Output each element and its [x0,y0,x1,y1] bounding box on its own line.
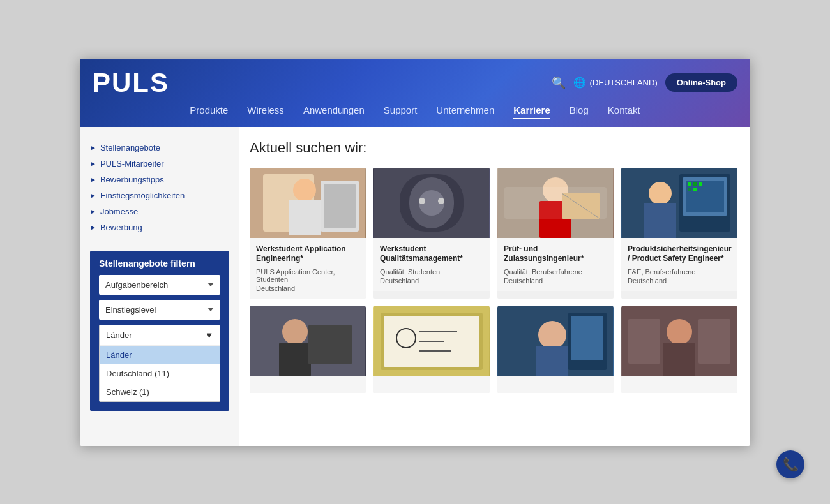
einstiegslevel-select[interactable]: Einstiegslevel [99,300,220,320]
laender-options: Länder Deutschland (11) Schweiz (1) [100,345,220,401]
nav-item-produkte[interactable]: Produkte [190,105,228,119]
svg-rect-25 [693,182,697,186]
svg-point-46 [667,319,692,345]
job-card[interactable]: Werkstudent Application Engineering* PUL… [250,168,366,299]
job-dept: Qualität, Studenten [380,268,483,276]
job-card-info: Werkstudent Qualitätsmanagement* Qualitä… [374,238,490,291]
svg-point-30 [282,319,308,345]
aufgabenbereich-select[interactable]: Aufgabenbereich [99,275,220,295]
online-shop-button[interactable]: Online-Shop [665,73,737,92]
sidebar-item-label: Stellenangebote [100,143,160,152]
svg-rect-49 [698,319,730,364]
laender-option-schweiz[interactable]: Schweiz (1) [100,383,220,401]
svg-rect-42 [536,346,568,376]
svg-point-11 [438,198,444,204]
nav-item-anwendungen[interactable]: Anwendungen [303,105,365,119]
sidebar-item-label: Bewerbungstipps [100,175,164,184]
sidebar-item-einstiegsmoeglichkeiten[interactable]: ► Einstiegsmöglichkeiten [90,188,229,204]
job-card-image [250,168,366,238]
nav-item-wireless[interactable]: Wireless [247,105,284,119]
job-card-image [497,306,614,376]
sidebar: ► Stellenangebote ► PULS-Mitarbeiter ► B… [80,127,239,446]
job-country: Deutschland [504,277,607,285]
job-card-info [497,376,614,393]
svg-rect-23 [686,181,724,212]
svg-rect-44 [571,316,603,360]
sidebar-item-bewerbung[interactable]: ► Bewerbung [90,219,229,235]
sidebar-item-jobmesse[interactable]: ► Jobmesse [90,204,229,219]
logo: PULS [93,68,169,98]
sidebar-item-label: Bewerbung [100,223,142,232]
job-card-info [374,376,490,393]
chevron-right-icon: ► [90,208,96,215]
job-card-image [374,306,490,376]
chevron-right-icon: ► [90,144,96,151]
sidebar-item-puls-mitarbeiter[interactable]: ► PULS-Mitarbeiter [90,156,229,172]
nav-item-blog[interactable]: Blog [570,105,589,119]
job-card-info: Werkstudent Application Engineering* PUL… [250,238,366,299]
jobs-grid: Werkstudent Application Engineering* PUL… [250,168,737,393]
job-card-image [621,168,737,238]
sidebar-menu: ► Stellenangebote ► PULS-Mitarbeiter ► B… [90,140,229,235]
job-card-image [374,168,490,238]
sidebar-item-stellenangebote[interactable]: ► Stellenangebote [90,140,229,156]
phone-button[interactable]: 📞 [776,450,804,478]
job-card[interactable]: Prüf- und Zulassungsingenieur* Qualität,… [497,168,614,299]
nav-item-kontakt[interactable]: Kontakt [608,105,640,119]
svg-rect-27 [688,188,691,191]
job-title: Prüf- und Zulassungsingenieur* [504,244,607,264]
nav-item-support[interactable]: Support [384,105,418,119]
chevron-right-icon: ► [90,224,96,231]
job-card[interactable]: Produktsicherheitsingenieur / Product Sa… [621,168,737,299]
job-card-info [250,376,366,393]
job-country: Deutschland [256,285,359,292]
section-title: Aktuell suchen wir: [250,140,737,156]
search-icon[interactable]: 🔍 [552,76,566,90]
lang-label: (DEUTSCHLAND) [590,78,658,87]
job-card[interactable] [621,306,737,393]
sidebar-item-label: Jobmesse [100,207,138,216]
svg-rect-5 [324,184,356,228]
job-country: Deutschland [380,277,483,285]
job-dept: F&E, Berufserfahrene [628,268,731,276]
header-top: PULS 🔍 🌐 (DEUTSCHLAND) Online-Shop [80,59,750,105]
svg-rect-26 [699,182,702,186]
svg-rect-32 [308,325,352,364]
job-card-info: Produktsicherheitsingenieur / Product Sa… [621,238,737,291]
job-card-image [621,306,737,376]
job-dept: PULS Application Center, Studenten [256,268,359,283]
job-dept: Qualität, Berufserfahrene [504,268,607,276]
jobs-content: Aktuell suchen wir: [239,127,750,446]
svg-point-19 [649,182,672,205]
job-card-image [250,306,366,376]
chevron-right-icon: ► [90,192,96,199]
laender-dropdown-header[interactable]: Länder ▼ [100,325,220,345]
job-card[interactable]: Werkstudent Qualitätsmanagement* Qualitä… [374,168,490,299]
svg-rect-24 [688,182,691,186]
header: PULS 🔍 🌐 (DEUTSCHLAND) Online-Shop Produ… [80,59,750,127]
job-title: Produktsicherheitsingenieur / Product Sa… [628,244,731,264]
language-selector[interactable]: 🌐 (DEUTSCHLAND) [573,77,658,89]
laender-option-deutschland[interactable]: Deutschland (11) [100,364,220,383]
job-card-info: Prüf- und Zulassungsingenieur* Qualität,… [497,238,614,291]
job-country: Deutschland [628,277,731,285]
laender-label: Länder [106,330,132,340]
job-title: Werkstudent Qualitätsmanagement* [380,244,483,264]
nav-item-unternehmen[interactable]: Unternehmen [436,105,494,119]
svg-rect-28 [693,188,697,191]
sidebar-item-label: PULS-Mitarbeiter [100,159,164,168]
laender-dropdown[interactable]: Länder ▼ Länder Deutschland (11) Schweiz… [99,325,220,402]
laender-option-laender[interactable]: Länder [100,346,220,364]
job-card[interactable] [374,306,490,393]
svg-rect-3 [289,200,321,235]
svg-rect-47 [663,343,695,376]
job-card[interactable] [250,306,366,393]
sidebar-item-bewerbungstipps[interactable]: ► Bewerbungstipps [90,172,229,188]
svg-point-41 [538,321,566,349]
nav-item-karriere[interactable]: Karriere [513,105,550,119]
svg-rect-48 [628,319,660,364]
sidebar-item-label: Einstiegsmöglichkeiten [100,191,185,200]
job-card[interactable] [497,306,614,393]
main-nav: Produkte Wireless Anwendungen Support Un… [80,105,750,127]
globe-icon: 🌐 [573,77,586,89]
